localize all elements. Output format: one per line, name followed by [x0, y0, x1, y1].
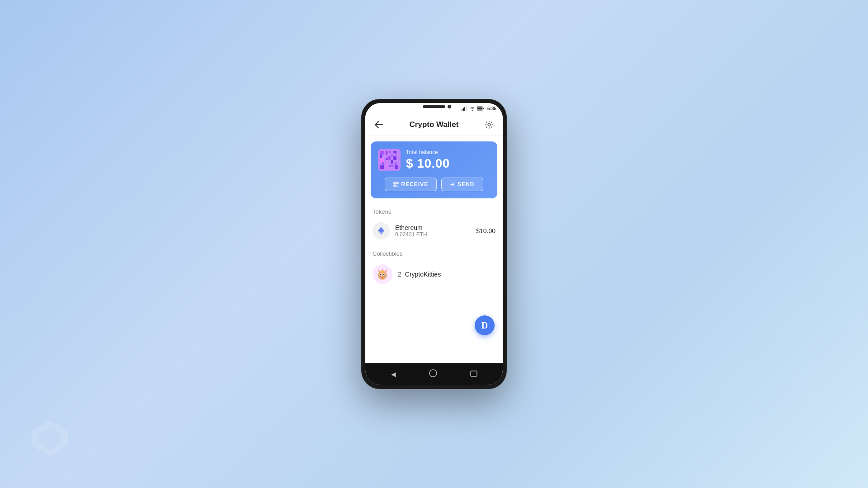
- status-time: 5:35: [487, 106, 496, 111]
- svg-point-66: [381, 272, 382, 273]
- android-nav-bar: ◀: [365, 363, 503, 385]
- svg-rect-26: [386, 162, 389, 164]
- wallet-avatar: [378, 149, 401, 171]
- wifi-icon: [470, 106, 475, 111]
- svg-point-57: [381, 274, 381, 275]
- svg-rect-21: [380, 158, 384, 162]
- svg-rect-31: [389, 165, 393, 167]
- svg-point-59: [382, 276, 383, 277]
- page-title: Crypto Wallet: [410, 120, 459, 129]
- receive-label: RECEIVE: [401, 181, 428, 188]
- svg-rect-36: [397, 183, 398, 183]
- balance-label: Total balance: [406, 149, 450, 155]
- send-button[interactable]: SEND: [441, 178, 483, 191]
- receive-button[interactable]: RECEIVE: [385, 178, 437, 191]
- svg-rect-14: [386, 151, 387, 155]
- nav-recents-icon[interactable]: [470, 370, 477, 379]
- balance-card: Total balance $ 10.00: [371, 141, 497, 198]
- svg-point-58: [384, 274, 384, 275]
- svg-point-68: [429, 370, 437, 377]
- svg-rect-8: [483, 108, 484, 109]
- qr-icon: [393, 182, 399, 187]
- app-header: Crypto Wallet: [365, 114, 503, 136]
- signal-icon: [462, 106, 468, 111]
- back-button[interactable]: [373, 118, 385, 131]
- svg-point-10: [488, 123, 490, 126]
- ethereum-name: Ethereum: [395, 224, 471, 231]
- nav-back-icon[interactable]: ◀: [391, 371, 396, 378]
- svg-rect-38: [394, 185, 395, 186]
- phone-camera: [448, 105, 451, 108]
- ethereum-token-item[interactable]: Ethereum 0.02431 ETH $10.00: [365, 218, 503, 244]
- svg-rect-13: [384, 151, 386, 153]
- cryptokitties-name: CryptoKitties: [405, 271, 441, 278]
- send-label: SEND: [458, 181, 474, 188]
- settings-button[interactable]: [483, 118, 495, 131]
- status-bar-icons: 5:35: [462, 106, 496, 111]
- battery-icon: [477, 106, 484, 111]
- phone-screen: 5:35 Crypto Wallet: [365, 103, 503, 385]
- svg-rect-5: [466, 106, 467, 111]
- svg-rect-17: [395, 153, 396, 155]
- cryptokitties-item[interactable]: 2 CryptoKitties: [365, 260, 503, 289]
- status-bar: 5:35: [365, 103, 503, 114]
- svg-rect-22: [386, 158, 387, 160]
- gear-icon: [485, 121, 493, 129]
- svg-rect-39: [396, 185, 397, 186]
- nav-home-icon[interactable]: [429, 369, 437, 380]
- svg-rect-19: [386, 155, 389, 156]
- ethereum-token-info: Ethereum 0.02431 ETH: [395, 224, 471, 238]
- svg-rect-41: [396, 186, 397, 187]
- svg-point-65: [382, 269, 383, 271]
- svg-point-56: [383, 274, 385, 276]
- svg-rect-7: [477, 108, 482, 110]
- svg-rect-28: [395, 162, 396, 165]
- fab-label: D: [481, 320, 488, 331]
- svg-rect-2: [462, 109, 462, 111]
- balance-amount: $ 10.00: [406, 156, 450, 171]
- ethereum-balance: 0.02431 ETH: [395, 231, 471, 238]
- cryptokitties-count: 2: [398, 271, 401, 278]
- svg-rect-24: [393, 156, 396, 160]
- ethereum-value: $10.00: [476, 227, 495, 235]
- svg-rect-16: [393, 151, 396, 153]
- svg-rect-69: [471, 371, 477, 376]
- send-icon: [450, 182, 455, 187]
- ethereum-icon: [373, 222, 390, 239]
- balance-top: Total balance $ 10.00: [378, 149, 490, 171]
- balance-actions: RECEIVE SEND: [378, 178, 490, 191]
- svg-rect-23: [387, 156, 391, 160]
- svg-point-55: [380, 274, 382, 276]
- collectibles-section-title: Collectibles: [365, 246, 503, 260]
- phone-speaker: [423, 105, 445, 108]
- phone-frame: 5:35 Crypto Wallet: [362, 99, 506, 389]
- svg-rect-25: [382, 162, 384, 165]
- background-logo: [27, 416, 72, 461]
- svg-rect-29: [380, 165, 384, 169]
- app-content: Total balance $ 10.00: [365, 136, 503, 363]
- balance-info: Total balance $ 10.00: [406, 149, 450, 171]
- svg-rect-3: [463, 108, 464, 111]
- svg-rect-27: [391, 160, 393, 164]
- svg-rect-40: [398, 185, 399, 186]
- svg-point-67: [384, 272, 385, 273]
- tokens-section-title: Tokens: [365, 204, 503, 218]
- svg-rect-15: [389, 151, 391, 153]
- collectible-info: 2 CryptoKitties: [398, 271, 441, 278]
- svg-rect-4: [464, 107, 465, 111]
- svg-rect-12: [380, 151, 384, 155]
- svg-rect-34: [394, 183, 395, 183]
- cryptokitties-icon: [373, 264, 392, 284]
- fab-button[interactable]: D: [475, 315, 495, 335]
- svg-rect-42: [398, 186, 399, 187]
- svg-rect-18: [380, 155, 382, 158]
- svg-rect-32: [395, 165, 398, 169]
- svg-rect-30: [386, 165, 387, 169]
- svg-rect-20: [391, 155, 393, 156]
